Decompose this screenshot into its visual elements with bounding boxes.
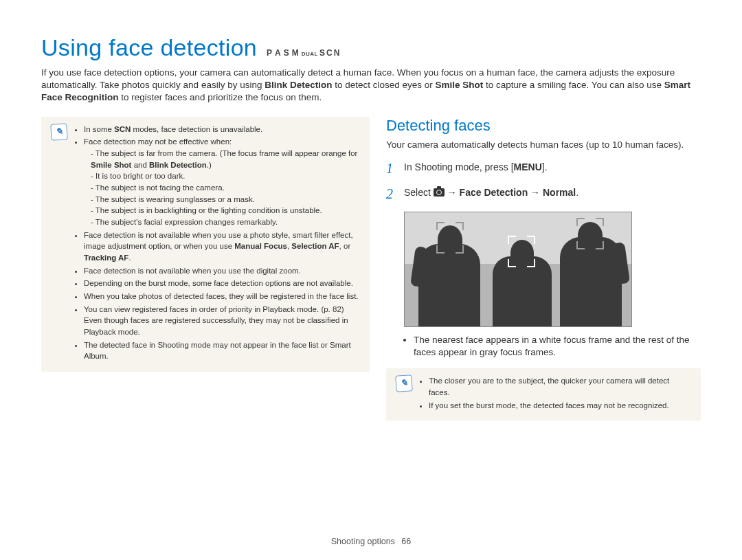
note-subitem: The subject is far from the camera. (The… — [91, 148, 359, 170]
silhouette — [418, 244, 480, 326]
note-content: The closer you are to the subject, the q… — [419, 375, 690, 412]
step-2: 2 Select → Face Detection → Normal. — [386, 186, 701, 202]
note-item: Face detection may not be effective when… — [84, 136, 359, 227]
intro-paragraph: If you use face detection options, your … — [41, 67, 701, 104]
mode-dual: DUAL — [302, 51, 318, 57]
footer-section: Shooting options — [331, 537, 395, 546]
page-number: 66 — [401, 537, 411, 546]
step-text: Select → Face Detection → Normal. — [404, 186, 578, 199]
bold-smile-shot: Smile Shot — [436, 80, 484, 90]
note-item: Face detection is not available when you… — [84, 265, 359, 277]
note-item: The detected face in Shooting mode may n… — [84, 339, 359, 362]
note-item: If you set the burst mode, the detected … — [429, 400, 690, 412]
focus-frame-gray — [436, 222, 464, 254]
mode-a: A — [275, 48, 282, 58]
left-note-box: ✎ In some SCN modes, face detection is u… — [41, 117, 370, 372]
face-detection-illustration — [404, 212, 632, 327]
focus-frame-white — [508, 236, 535, 267]
note-item: The closer you are to the subject, the q… — [429, 375, 690, 398]
note-content: In some SCN modes, face detection is una… — [74, 124, 359, 363]
step-number: 2 — [386, 186, 396, 202]
step-text: In Shooting mode, press [MENU]. — [404, 161, 548, 173]
mode-m: M — [292, 48, 300, 58]
focus-frame-gray — [576, 218, 604, 249]
title-row: Using face detection P A S M DUAL SCN — [41, 34, 701, 61]
note-subitem: The subject is not facing the camera. — [91, 182, 359, 194]
menu-key: MENU — [514, 161, 542, 173]
camera-icon — [434, 188, 445, 197]
list-item: The nearest face appears in a white focu… — [414, 334, 701, 359]
mode-p: P — [267, 48, 273, 58]
right-column: Detecting faces Your camera automaticall… — [386, 117, 701, 421]
page-footer: Shooting options 66 — [0, 537, 742, 546]
left-column: ✎ In some SCN modes, face detection is u… — [41, 117, 370, 421]
note-subitem: The subject is in backlighting or the li… — [91, 205, 359, 216]
section-heading: Detecting faces — [386, 117, 701, 135]
note-subitem: The subject is wearing sunglasses or a m… — [91, 194, 359, 205]
result-bullet-list: The nearest face appears in a white focu… — [386, 334, 701, 359]
note-icon: ✎ — [395, 375, 413, 393]
mode-scn: SCN — [319, 48, 341, 58]
bold-blink-detection: Blink Detection — [265, 80, 332, 90]
section-body: Your camera automatically detects human … — [386, 139, 701, 151]
note-subitem: It is too bright or too dark. — [91, 170, 359, 182]
note-item: In some SCN modes, face detection is una… — [84, 124, 359, 135]
note-item: Face detection is not available when you… — [84, 229, 359, 264]
note-item: When you take photos of detected faces, … — [84, 291, 359, 302]
step-1: 1 In Shooting mode, press [MENU]. — [386, 161, 701, 177]
columns: ✎ In some SCN modes, face detection is u… — [41, 117, 701, 421]
manual-page: Using face detection P A S M DUAL SCN If… — [0, 0, 742, 560]
right-note-box: ✎ The closer you are to the subject, the… — [386, 368, 701, 421]
mode-s: S — [284, 48, 291, 58]
page-title: Using face detection — [41, 34, 257, 61]
step-number: 1 — [386, 161, 396, 177]
mode-tags: P A S M DUAL SCN — [267, 48, 341, 58]
note-icon: ✎ — [50, 123, 68, 141]
note-item: You can view registered faces in order o… — [84, 304, 359, 338]
note-item: Depending on the burst mode, some face d… — [84, 278, 359, 289]
note-subitem: The subject's facial expression changes … — [91, 216, 359, 228]
